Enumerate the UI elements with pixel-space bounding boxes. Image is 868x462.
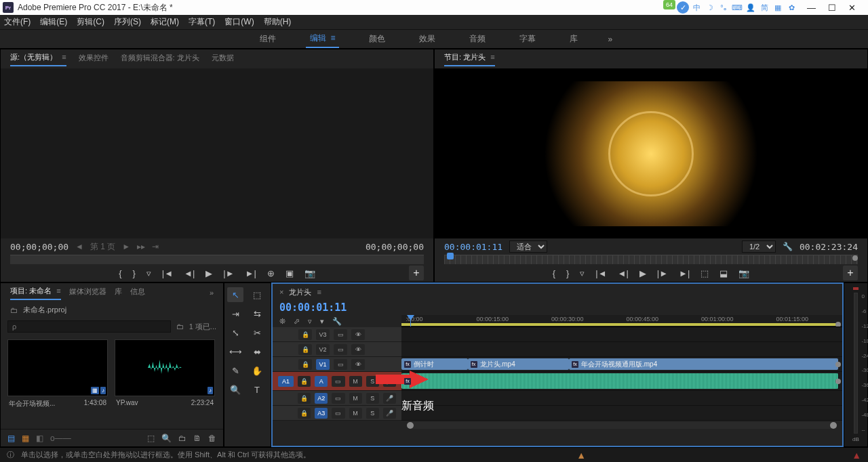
menu-sequence[interactable]: 序列(S) bbox=[114, 16, 141, 28]
type-tool-icon[interactable]: T bbox=[249, 382, 265, 397]
ws-libraries[interactable]: 库 bbox=[566, 30, 582, 47]
panel-menu-icon[interactable]: ≡ bbox=[317, 288, 321, 296]
settings-icon[interactable]: ▾ bbox=[320, 317, 324, 326]
rate-stretch-tool-icon[interactable]: ⤡ bbox=[227, 325, 243, 340]
wrench-icon[interactable]: 🔧 bbox=[332, 317, 342, 326]
ime-globe-icon[interactable]: ✓ bbox=[677, 1, 689, 14]
ime-deg-icon[interactable]: °ₒ bbox=[717, 1, 730, 14]
zoom-slider[interactable]: o—— bbox=[50, 434, 71, 443]
close-button[interactable]: ✕ bbox=[848, 3, 856, 13]
warning-icon[interactable]: ▲ bbox=[576, 450, 586, 461]
rolling-edit-tool-icon[interactable]: ⇆ bbox=[249, 306, 265, 321]
extract-icon[interactable]: ⬓ bbox=[719, 268, 728, 278]
tab-metadata[interactable]: 元数据 bbox=[212, 53, 234, 66]
export-frame-icon[interactable]: 📷 bbox=[738, 268, 749, 278]
menu-title[interactable]: 字幕(T) bbox=[189, 16, 215, 28]
settings-wrench-icon[interactable]: 🔧 bbox=[783, 242, 793, 251]
clip-video[interactable]: fx倒计时 bbox=[401, 358, 468, 370]
eye-icon[interactable]: 👁 bbox=[351, 359, 365, 370]
track-select-tool-icon[interactable]: ⬚ bbox=[249, 287, 265, 302]
menu-clip[interactable]: 剪辑(C) bbox=[77, 16, 104, 28]
source-page-prev[interactable]: ◄ bbox=[75, 242, 83, 251]
clip-video[interactable]: fx龙片头.mp4 bbox=[468, 358, 570, 370]
tabs-overflow-icon[interactable]: » bbox=[210, 289, 214, 297]
ruler-end-handle[interactable] bbox=[835, 322, 841, 327]
close-seq-icon[interactable]: × bbox=[279, 288, 283, 296]
track-a3[interactable] bbox=[401, 406, 842, 421]
track-v1[interactable]: fx倒计时 fx龙片头.mp4 fx年会开场视频通用版.mp4 bbox=[401, 357, 842, 372]
toggle-output-icon[interactable]: ▭ bbox=[332, 408, 344, 419]
razor-tool-icon[interactable]: ✂ bbox=[249, 325, 265, 340]
ws-color[interactable]: 颜色 bbox=[365, 30, 389, 47]
scrub-end-handle[interactable] bbox=[852, 255, 858, 261]
step-fwd-icon[interactable]: |► bbox=[657, 268, 668, 278]
tab-info[interactable]: 信息 bbox=[130, 287, 145, 299]
mute-icon[interactable]: M bbox=[349, 376, 362, 387]
step-back-icon[interactable]: ◄| bbox=[618, 268, 629, 278]
tab-audio-mixer[interactable]: 音频剪辑混合器: 龙片头 bbox=[121, 53, 199, 66]
maximize-button[interactable]: ☐ bbox=[828, 3, 836, 13]
button-editor-icon[interactable]: + bbox=[409, 266, 424, 280]
ws-assembly[interactable]: 组件 bbox=[256, 30, 280, 47]
play-icon[interactable]: ▶ bbox=[639, 268, 646, 278]
panel-menu-icon[interactable]: ≡ bbox=[490, 53, 494, 61]
menu-help[interactable]: 帮助(H) bbox=[264, 16, 292, 28]
ime-keyboard-icon[interactable]: ⌨ bbox=[731, 1, 743, 14]
track-a1[interactable]: fx bbox=[401, 372, 842, 391]
source-page-next[interactable]: ► bbox=[122, 242, 130, 251]
resolution-select[interactable]: 1/2 bbox=[742, 240, 776, 253]
ime-moon-icon[interactable]: ☽ bbox=[704, 1, 716, 14]
bin-item[interactable]: ▦♪ 年会开场视频...1:43:08 bbox=[7, 339, 108, 425]
project-search-input[interactable] bbox=[7, 320, 171, 333]
source-nav-icon2[interactable]: ⇥ bbox=[152, 242, 159, 251]
toggle-output-icon[interactable]: ▭ bbox=[334, 344, 347, 355]
track-header-a1[interactable]: A1🔒A▭MS🎤 bbox=[273, 372, 401, 391]
source-out-timecode[interactable]: 00;00;00;00 bbox=[366, 242, 424, 252]
solo-icon[interactable]: S bbox=[366, 393, 379, 404]
marker-icon[interactable]: ▿ bbox=[580, 268, 585, 278]
track-end-handle[interactable] bbox=[835, 379, 841, 384]
tab-program[interactable]: 节目: 龙片头 ≡ bbox=[444, 52, 495, 66]
menu-window[interactable]: 窗口(W) bbox=[224, 16, 254, 28]
hand-tool-icon[interactable]: ✋ bbox=[249, 363, 265, 378]
ime-cn-icon[interactable]: 中 bbox=[690, 1, 703, 14]
voice-over-icon[interactable]: 🎤 bbox=[383, 376, 396, 387]
automate-icon[interactable]: ⬚ bbox=[147, 434, 155, 443]
ws-effects[interactable]: 效果 bbox=[415, 30, 439, 47]
freeform-view-icon[interactable]: ◧ bbox=[36, 434, 43, 443]
menu-marker[interactable]: 标记(M) bbox=[151, 16, 179, 28]
lift-icon[interactable]: ⬚ bbox=[701, 268, 709, 278]
tab-project[interactable]: 项目: 未命名 ≡ bbox=[10, 286, 61, 300]
timeline-playhead[interactable] bbox=[410, 315, 411, 327]
lock-icon[interactable]: 🔒 bbox=[298, 376, 311, 387]
track-label[interactable]: A2 bbox=[315, 393, 328, 404]
find-icon[interactable]: 🔍 bbox=[161, 434, 172, 443]
new-item-icon[interactable]: 🗎 bbox=[193, 434, 201, 443]
go-in-icon[interactable]: |◄ bbox=[595, 268, 606, 278]
ws-titles[interactable]: 字幕 bbox=[515, 30, 540, 47]
source-viewer[interactable] bbox=[1, 68, 433, 238]
tab-source[interactable]: 源:（无剪辑） ≡ bbox=[10, 52, 66, 66]
toggle-output-icon[interactable]: ▭ bbox=[332, 393, 344, 404]
work-area-bar[interactable] bbox=[401, 323, 838, 326]
new-bin-icon[interactable]: 🗀 bbox=[176, 322, 184, 331]
toggle-output-icon[interactable]: ▭ bbox=[332, 376, 344, 387]
ime-note-icon[interactable]: ▦ bbox=[772, 1, 784, 14]
track-end-handle[interactable] bbox=[835, 362, 841, 367]
tab-libraries[interactable]: 库 bbox=[115, 287, 122, 299]
sequence-name[interactable]: 龙片头 bbox=[289, 287, 311, 297]
track-label[interactable]: V3 bbox=[316, 329, 330, 340]
track-header-a2[interactable]: 🔒A2▭MS🎤 bbox=[273, 391, 401, 406]
step-back-icon[interactable]: ◄| bbox=[184, 268, 195, 278]
track-label[interactable]: V1 bbox=[316, 359, 330, 370]
pen-tool-icon[interactable]: ✎ bbox=[227, 363, 243, 378]
program-viewer[interactable] bbox=[435, 68, 867, 238]
go-out-icon[interactable]: ►| bbox=[679, 268, 690, 278]
track-label[interactable]: V2 bbox=[316, 344, 330, 355]
lock-icon[interactable]: 🔒 bbox=[298, 344, 312, 355]
error-icon[interactable]: ▲ bbox=[852, 450, 861, 461]
bin-item[interactable]: ♪ YP.wav2:23:24 bbox=[115, 339, 215, 425]
list-view-icon[interactable]: ▤ bbox=[7, 434, 15, 443]
mute-icon[interactable]: M bbox=[349, 393, 362, 404]
track-label[interactable]: A3 bbox=[315, 408, 328, 419]
